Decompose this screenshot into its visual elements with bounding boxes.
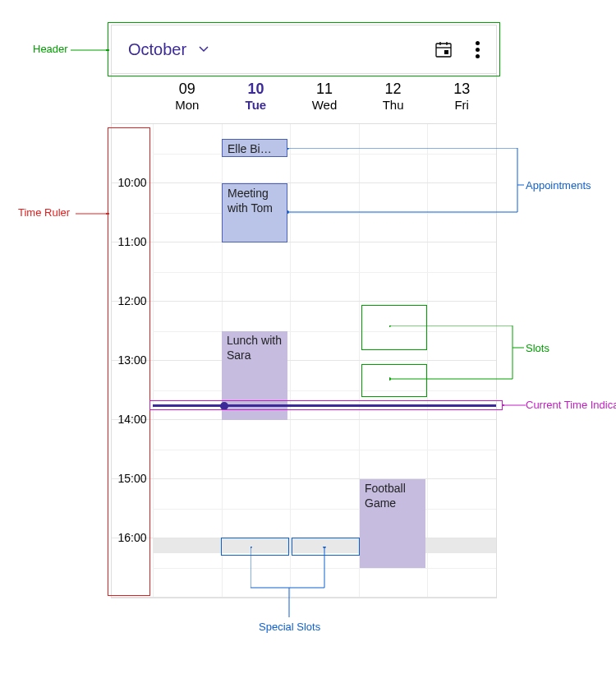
svg-point-6	[106, 49, 109, 51]
month-label[interactable]: October	[128, 40, 186, 59]
appointment-football[interactable]: Football Game	[360, 479, 425, 568]
time-label: 10:00	[112, 176, 153, 189]
time-label: 13:00	[112, 353, 153, 367]
time-label: 16:00	[112, 531, 153, 544]
time-label: 12:00	[112, 294, 153, 307]
day-name: Thu	[359, 98, 428, 112]
time-label: 15:00	[112, 472, 153, 485]
day-name: Fri	[427, 98, 496, 112]
annotation-header: Header	[33, 43, 68, 55]
day-name: Mon	[153, 98, 222, 112]
day-headers: 09 Mon 10 Tue 11 Wed 12 Thu 13 Fri	[111, 74, 497, 123]
svg-point-17	[251, 547, 252, 548]
svg-point-16	[503, 404, 504, 406]
ruler-spacer	[112, 74, 153, 123]
annotation-current-time: Current Time Indicator	[526, 399, 616, 412]
hour-row[interactable]: 11:00	[112, 242, 496, 302]
svg-point-13	[389, 377, 391, 381]
calendar-icon[interactable]	[434, 40, 453, 58]
day-header-fri[interactable]: 13 Fri	[427, 74, 496, 123]
chevron-down-icon[interactable]	[198, 44, 209, 55]
svg-point-18	[323, 547, 326, 548]
time-label: 11:00	[112, 235, 153, 248]
appointment-elle[interactable]: Elle Bi…	[222, 139, 287, 157]
svg-point-9	[287, 148, 289, 150]
svg-point-12	[389, 325, 391, 327]
appointment-meeting[interactable]: Meeting with Tom	[222, 183, 287, 242]
day-name: Wed	[290, 98, 359, 112]
day-header-thu[interactable]: 12 Thu	[359, 74, 428, 123]
annotation-time-ruler: Time Ruler	[18, 206, 70, 219]
hour-row[interactable]: 14:00	[112, 420, 496, 479]
day-num: 12	[359, 81, 428, 98]
svg-point-8	[106, 213, 109, 215]
annotation-appointments: Appointments	[526, 179, 591, 192]
day-header-wed[interactable]: 11 Wed	[290, 74, 359, 123]
day-num: 09	[153, 81, 222, 98]
day-header-tue[interactable]: 10 Tue	[222, 74, 291, 123]
svg-rect-0	[436, 44, 451, 57]
time-label: 14:00	[112, 413, 153, 426]
more-options-icon[interactable]	[476, 41, 480, 58]
header-right	[434, 40, 480, 58]
calendar-header: October	[111, 25, 497, 74]
day-num: 10	[222, 81, 291, 98]
day-num: 11	[290, 81, 359, 98]
svg-point-10	[287, 210, 289, 214]
day-num: 13	[427, 81, 496, 98]
annotation-special-slots: Special Slots	[259, 621, 320, 633]
header-left: October	[128, 40, 209, 59]
day-name: Tue	[222, 98, 291, 112]
hour-row[interactable]: 15:00	[112, 479, 496, 538]
annotation-slots: Slots	[526, 342, 549, 354]
svg-rect-4	[444, 50, 448, 54]
day-header-mon[interactable]: 09 Mon	[153, 74, 222, 123]
